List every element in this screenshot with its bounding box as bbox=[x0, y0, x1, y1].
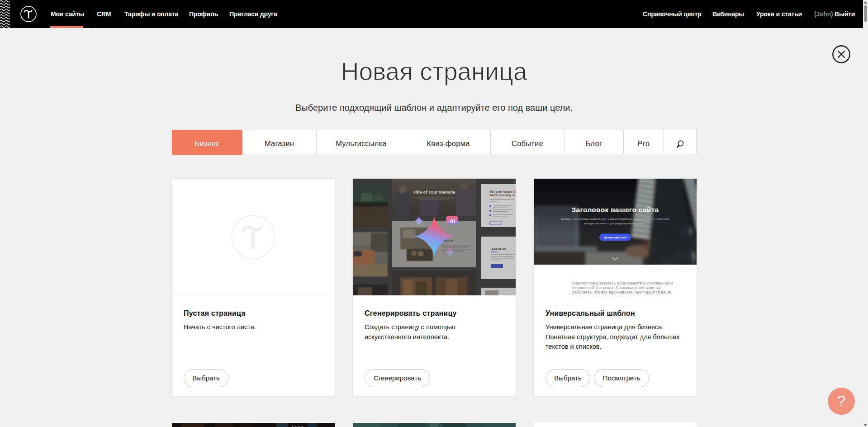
svg-text:Заголовок вашего сайта: Заголовок вашего сайта bbox=[572, 206, 659, 214]
svg-text:Добавьте интересные подробност: Добавьте интересные подробности о вашей … bbox=[561, 217, 669, 220]
svg-text:smart cleaning service!: smart cleaning service! bbox=[489, 194, 516, 197]
svg-text:Коротко представьтесь и расска: Коротко представьтесь и расскажите о ком… bbox=[572, 281, 673, 285]
svg-text:AI: AI bbox=[450, 218, 455, 224]
svg-text:Title of Your Website: Title of Your Website bbox=[413, 190, 455, 195]
svg-text:команда, какие у нее ценности: команда, какие у нее ценности и мотиваци… bbox=[572, 294, 655, 296]
svg-text:Целевое действие: Целевое действие bbox=[604, 236, 626, 239]
svg-text:сервисе в 3-4 строках. С каким: сервисе в 3-4 строках. С какими клиентам… bbox=[572, 285, 661, 290]
svg-text:работаете, что вас вдохновляет: работаете, что вас вдохновляет. Чем горд… bbox=[572, 290, 671, 294]
svg-text:Get your house in order with: Get your house in order with bbox=[489, 190, 516, 194]
svg-text:About us: About us bbox=[491, 247, 506, 251]
svg-text:вкладка «Контент» для редактир: вкладка «Контент» для редактирования тек… bbox=[584, 222, 646, 225]
